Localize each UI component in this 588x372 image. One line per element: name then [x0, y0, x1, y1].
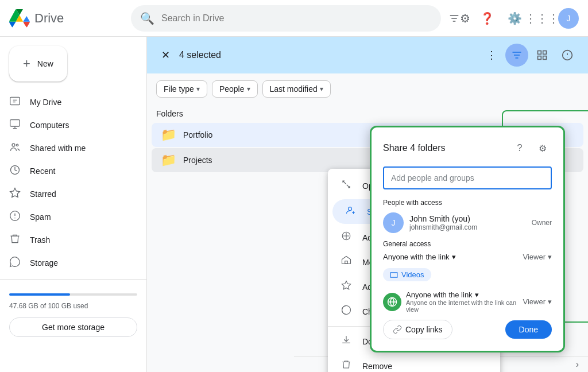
- new-button[interactable]: + New: [9, 46, 67, 82]
- filter-chip-people[interactable]: People ▾: [212, 80, 258, 98]
- header: Drive 🔍 ⚙ ❓ ⚙️ ⋮⋮⋮ J: [0, 0, 588, 37]
- settings-btn[interactable]: ⚙️: [503, 7, 526, 30]
- storage-bar-fill: [9, 293, 70, 296]
- videos-chip[interactable]: Videos: [383, 268, 431, 281]
- sidebar-item-recent[interactable]: Recent: [0, 160, 137, 183]
- access-row: Anyone with the link ▾ Viewer ▾: [383, 253, 552, 261]
- open-with-icon: [339, 179, 353, 192]
- filter-row: File type ▾ People ▾ Last modified ▾: [147, 73, 588, 104]
- apps-btn[interactable]: ⋮⋮⋮: [531, 7, 554, 30]
- menu-item-remove[interactable]: Remove: [328, 354, 500, 372]
- sidebar-item-starred[interactable]: Starred: [0, 183, 137, 206]
- folder-chip-icon: [390, 271, 398, 279]
- share-dialog: Share 4 folders ? ⚙ People with access J…: [370, 126, 565, 352]
- link-globe-icon: [383, 293, 401, 311]
- recent-icon: [9, 164, 21, 179]
- bottom-arrow[interactable]: ›: [576, 359, 579, 370]
- filter-chip-filetype[interactable]: File type ▾: [156, 80, 207, 98]
- filter-icon-btn[interactable]: ⚙: [448, 7, 471, 30]
- link-row: Anyone with the link ▾ Anyone on the int…: [383, 290, 552, 313]
- drive-logo-icon: [9, 8, 30, 29]
- storage-section: 47.68 GB of 100 GB used Get more storage: [0, 279, 146, 346]
- folder-name-portfolio: Portfolio: [183, 130, 212, 140]
- sidebar-item-spam[interactable]: Spam: [0, 206, 137, 228]
- sidebar-label-my-drive: My Drive: [30, 98, 61, 107]
- move-to-icon: [339, 255, 353, 269]
- logo: Drive: [9, 8, 124, 29]
- svg-rect-6: [538, 51, 541, 55]
- access-type[interactable]: Anyone with the link ▾: [383, 253, 523, 261]
- help-btn[interactable]: ❓: [475, 7, 498, 30]
- info-btn[interactable]: [556, 44, 579, 67]
- person-avatar-john: J: [383, 212, 404, 233]
- my-drive-icon: [9, 95, 21, 110]
- link-role-label: Viewer: [523, 297, 546, 306]
- filter-icon: [448, 13, 460, 24]
- share-dialog-icons: ? ⚙: [510, 139, 552, 157]
- svg-rect-8: [538, 56, 541, 60]
- svg-point-3: [17, 144, 18, 146]
- more-options-btn[interactable]: ⋮: [482, 46, 501, 64]
- new-button-label: New: [37, 59, 53, 68]
- done-button[interactable]: Done: [505, 320, 552, 339]
- sidebar-item-computers[interactable]: Computers: [0, 114, 137, 137]
- toolbar-actions: [505, 44, 579, 67]
- sidebar-label-shared: Shared with me: [30, 144, 86, 153]
- sidebar-label-starred: Starred: [30, 189, 56, 199]
- deselect-button[interactable]: ✕: [156, 46, 175, 64]
- sidebar-item-shared[interactable]: Shared with me: [0, 137, 137, 160]
- logo-text: Drive: [34, 11, 64, 26]
- copy-links-label: Copy links: [405, 325, 443, 334]
- share-footer: Copy links Done: [383, 320, 552, 339]
- access-type-arrow: ▾: [452, 253, 456, 261]
- filter-lastmodified-arrow: ▾: [320, 85, 323, 93]
- search-bar[interactable]: 🔍: [131, 5, 441, 32]
- person-row-john: J John Smith (you) johnsmith@gmail.com O…: [383, 212, 552, 233]
- spam-icon: [9, 210, 21, 224]
- avatar[interactable]: J: [558, 8, 579, 29]
- storage-bar-bg: [9, 293, 137, 296]
- sidebar-item-my-drive[interactable]: My Drive: [0, 91, 137, 114]
- list-view-btn[interactable]: [531, 44, 554, 67]
- get-storage-button[interactable]: Get more storage: [9, 317, 137, 337]
- filter-filetype-arrow: ▾: [196, 85, 200, 93]
- computers-icon: [9, 118, 21, 133]
- filter-people-label: People: [219, 84, 245, 94]
- access-role-label: Viewer: [523, 253, 546, 261]
- link-type-label[interactable]: Anyone with the link ▾: [406, 290, 518, 299]
- trash-icon: [9, 233, 21, 247]
- folders-label: Folders: [147, 104, 588, 123]
- copy-links-button[interactable]: Copy links: [383, 320, 452, 339]
- add-people-input[interactable]: [383, 166, 552, 189]
- sort-btn[interactable]: [505, 44, 528, 67]
- sidebar-item-trash[interactable]: Trash: [0, 228, 137, 251]
- person-email-john: johnsmith@gmail.com: [409, 223, 526, 231]
- link-chip-label: Videos: [401, 270, 424, 279]
- person-info-john: John Smith (you) johnsmith@gmail.com: [409, 214, 526, 231]
- svg-rect-13: [345, 261, 348, 264]
- svg-point-2: [12, 144, 15, 146]
- sidebar-label-spam: Spam: [30, 212, 51, 222]
- share-icon: [344, 205, 358, 218]
- svg-rect-1: [10, 119, 20, 126]
- access-role-dropdown[interactable]: Viewer ▾: [523, 253, 552, 261]
- svg-rect-9: [543, 56, 547, 60]
- sidebar-label-storage: Storage: [30, 258, 58, 268]
- sidebar-label-computers: Computers: [30, 121, 69, 130]
- filter-people-arrow: ▾: [247, 85, 250, 93]
- access-role-arrow: ▾: [548, 253, 552, 261]
- filter-chip-lastmodified[interactable]: Last modified ▾: [262, 80, 331, 98]
- link-chip-container: Videos: [383, 268, 552, 286]
- change-color-icon: [339, 305, 353, 318]
- share-settings-btn[interactable]: ⚙: [533, 139, 552, 157]
- folder-name-projects: Projects: [183, 156, 212, 165]
- link-role-arrow: ▾: [548, 297, 552, 306]
- search-input[interactable]: [161, 13, 432, 24]
- sidebar-label-trash: Trash: [30, 235, 50, 245]
- selected-count: 4 selected: [179, 50, 478, 60]
- link-role-dropdown[interactable]: Viewer ▾: [523, 297, 552, 306]
- sidebar-item-storage[interactable]: Storage: [0, 251, 137, 274]
- general-access-label: General access: [383, 240, 552, 248]
- share-help-btn[interactable]: ?: [510, 139, 529, 157]
- svg-point-11: [349, 207, 352, 211]
